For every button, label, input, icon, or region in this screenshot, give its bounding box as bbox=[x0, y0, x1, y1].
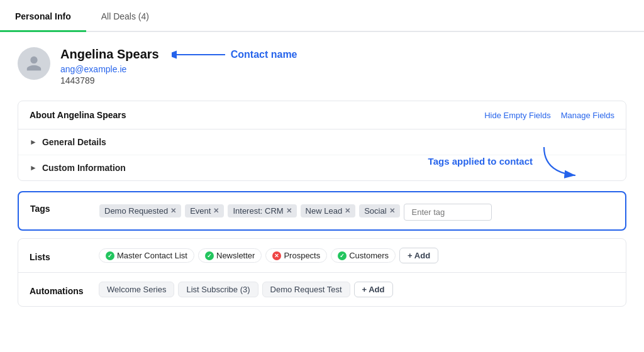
custom-information-row[interactable]: ► Custom Information Tags applied to con… bbox=[18, 155, 626, 180]
tab-personal-info[interactable]: Personal Info bbox=[0, 3, 86, 32]
contact-name-annotation: Contact name bbox=[172, 48, 297, 62]
manage-fields-link[interactable]: Manage Fields bbox=[561, 111, 614, 120]
chevron-right-icon: ► bbox=[30, 138, 37, 146]
tags-label: Tags bbox=[30, 201, 99, 214]
automation-chip-demo: Demo Request Test bbox=[262, 282, 350, 297]
hide-empty-fields-link[interactable]: Hide Empty Fields bbox=[484, 111, 550, 120]
main-content: Angelina Spears Contact name ang@example… bbox=[0, 32, 644, 322]
list-badge-customers: ✓ Customers bbox=[331, 248, 396, 263]
tag-chip-demo: Demo Requested ✕ bbox=[99, 204, 181, 217]
tag-remove-crm[interactable]: ✕ bbox=[286, 207, 292, 215]
tag-remove-social[interactable]: ✕ bbox=[389, 207, 395, 215]
automations-add-button[interactable]: + Add bbox=[354, 282, 393, 297]
tabs-bar: Personal Info All Deals (4) bbox=[0, 0, 644, 32]
lists-row: Lists ✓ Master Contact List ✓ Newsletter… bbox=[18, 239, 626, 273]
automation-chip-subscribe: List Subscribe (3) bbox=[178, 282, 258, 297]
contact-info: Angelina Spears Contact name ang@example… bbox=[60, 47, 626, 85]
tag-chip-event: Event ✕ bbox=[185, 204, 224, 217]
contact-header: Angelina Spears Contact name ang@example… bbox=[18, 47, 626, 85]
tag-remove-newlead[interactable]: ✕ bbox=[345, 207, 350, 215]
about-actions: Hide Empty Fields Manage Fields bbox=[484, 111, 614, 120]
contact-name-row: Angelina Spears Contact name bbox=[60, 47, 626, 62]
tags-annotation-group: Tags applied to contact bbox=[428, 144, 588, 179]
contact-name-annotation-text: Contact name bbox=[231, 49, 297, 60]
automations-value: Welcome Series List Subscribe (3) Demo R… bbox=[99, 282, 614, 297]
annotation-arrow-icon bbox=[172, 48, 228, 62]
tag-input[interactable] bbox=[404, 204, 492, 221]
tags-annotation-arrow-icon bbox=[538, 144, 588, 179]
about-title: About Angelina Spears bbox=[30, 110, 126, 120]
green-check-icon-customers: ✓ bbox=[338, 251, 347, 260]
lists-automations-section: Lists ✓ Master Contact List ✓ Newsletter… bbox=[18, 238, 626, 307]
chevron-right-icon-2: ► bbox=[30, 163, 37, 172]
list-badge-prospects: ✕ Prospects bbox=[265, 248, 327, 263]
about-header: About Angelina Spears Hide Empty Fields … bbox=[18, 101, 626, 129]
contact-name-text: Angelina Spears bbox=[60, 47, 159, 62]
list-badge-newsletter: ✓ Newsletter bbox=[198, 248, 262, 263]
tag-chip-social: Social ✕ bbox=[359, 204, 399, 217]
tags-row: Tags Demo Requested ✕ Event ✕ Interest: … bbox=[19, 192, 625, 229]
list-badge-master: ✓ Master Contact List bbox=[99, 248, 194, 263]
tag-remove-event[interactable]: ✕ bbox=[213, 207, 219, 215]
green-check-icon-newsletter: ✓ bbox=[205, 251, 214, 260]
tag-chip-newlead: New Lead ✕ bbox=[301, 204, 356, 217]
custom-information-label: Custom Information bbox=[42, 163, 126, 173]
green-check-icon-master: ✓ bbox=[106, 251, 114, 260]
lists-add-button[interactable]: + Add bbox=[399, 248, 438, 263]
lists-value: ✓ Master Contact List ✓ Newsletter ✕ Pro… bbox=[99, 248, 614, 263]
tag-chip-crm: Interest: CRM ✕ bbox=[228, 204, 296, 217]
lists-label: Lists bbox=[30, 250, 99, 262]
automation-chip-welcome: Welcome Series bbox=[99, 282, 174, 297]
tab-all-deals[interactable]: All Deals (4) bbox=[86, 3, 164, 32]
red-x-icon-prospects: ✕ bbox=[272, 251, 281, 260]
tags-lists-section: Tags Demo Requested ✕ Event ✕ Interest: … bbox=[18, 191, 626, 307]
automations-label: Automations bbox=[30, 283, 99, 296]
contact-phone: 1443789 bbox=[60, 75, 626, 85]
about-section: About Angelina Spears Hide Empty Fields … bbox=[18, 101, 626, 181]
tags-section: Tags Demo Requested ✕ Event ✕ Interest: … bbox=[18, 191, 626, 231]
general-details-label: General Details bbox=[42, 137, 106, 147]
tags-value: Demo Requested ✕ Event ✕ Interest: CRM ✕… bbox=[99, 201, 614, 221]
contact-email[interactable]: ang@example.ie bbox=[60, 64, 626, 74]
tags-annotation-text: Tags applied to contact bbox=[428, 156, 533, 167]
tag-remove-demo[interactable]: ✕ bbox=[170, 207, 176, 215]
avatar bbox=[18, 47, 50, 80]
person-icon bbox=[25, 55, 43, 72]
automations-row: Automations Welcome Series List Subscrib… bbox=[18, 273, 626, 306]
